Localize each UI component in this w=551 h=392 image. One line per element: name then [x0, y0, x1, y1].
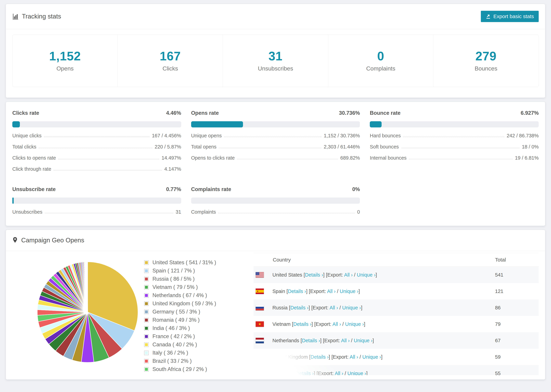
dotted-leader	[224, 137, 321, 137]
rate-block: Opens rate 30.736% Unique opens 1,152 / …	[191, 110, 360, 172]
rate-value: 6.927%	[521, 110, 539, 116]
export-unique-link[interactable]: Unique ›	[340, 288, 359, 294]
details-link[interactable]: Details ›	[293, 321, 311, 327]
export-unique-link[interactable]: Unique ›	[347, 371, 366, 375]
table-row: Netherlands [Details ›] [Export: All › /…	[254, 332, 539, 349]
geo-opens-header: Campaign Geo Opens	[6, 230, 545, 251]
export-unique-link[interactable]: Unique ›	[342, 305, 361, 310]
rate-title: Bounce rate	[370, 110, 400, 116]
rate-stat-value: 19 / 6.81%	[515, 155, 539, 161]
legend-item[interactable]: India ( 46 / 3% )	[144, 325, 244, 331]
progress-bar-fill	[370, 121, 381, 127]
legend-item[interactable]: France ( 42 / 2% )	[144, 333, 244, 339]
country-cell: Germany [Details ›] [Export: All › / Uni…	[272, 371, 367, 375]
legend-color-swatch	[144, 343, 149, 347]
rate-stat-label: Opens to clicks rate	[191, 155, 235, 161]
country-cell: United States [Details ›] [Export: All ›…	[272, 272, 377, 278]
details-link[interactable]: Details ›	[296, 371, 314, 375]
legend-item[interactable]: South Africa ( 29 / 2% )	[144, 366, 244, 372]
stat-tile: 1,152 Opens	[13, 35, 118, 87]
dotted-leader	[44, 137, 149, 137]
details-link[interactable]: Details ›	[311, 354, 329, 360]
flag-icon-gb	[256, 354, 264, 360]
legend-item[interactable]: Italy ( 36 / 2% )	[144, 350, 244, 356]
export-all-link[interactable]: All ›	[335, 371, 343, 375]
stat-tile: 31 Unsubscribes	[223, 35, 328, 87]
export-all-link[interactable]: All ›	[344, 272, 353, 278]
export-unique-link[interactable]: Unique ›	[354, 338, 373, 343]
legend-color-swatch	[144, 293, 149, 298]
legend-color-swatch	[144, 309, 149, 314]
stat-tile: 0 Complaints	[328, 35, 433, 87]
details-link[interactable]: Details ›	[290, 305, 309, 310]
legend-label: Canada ( 40 / 2% )	[152, 342, 197, 348]
stat-label: Clicks	[118, 65, 223, 72]
geo-pie-wrap	[12, 259, 144, 365]
legend-item[interactable]: Russia ( 86 / 5% )	[144, 276, 244, 282]
export-all-link[interactable]: All ›	[327, 288, 336, 294]
rate-stat-value: 0	[357, 209, 360, 215]
details-link[interactable]: Details ›	[288, 288, 306, 294]
stat-tile: 279 Bounces	[433, 35, 538, 87]
legend-item[interactable]: Romania ( 49 / 3% )	[144, 317, 244, 323]
dotted-leader	[54, 170, 162, 170]
details-link[interactable]: Details ›	[302, 338, 320, 343]
legend-color-swatch	[144, 318, 149, 322]
geo-opens-title: Campaign Geo Opens	[12, 237, 84, 244]
legend-label: Germany ( 55 / 3% )	[152, 309, 200, 315]
export-all-link[interactable]: All ›	[330, 305, 338, 310]
rate-stat-label: Hard bounces	[370, 133, 401, 139]
total-cell: 55	[495, 371, 539, 375]
legend-color-swatch	[144, 285, 149, 290]
stat-label: Complaints	[328, 65, 433, 72]
legend-color-swatch	[144, 351, 149, 355]
flag-icon-nl	[256, 338, 264, 343]
rate-stat-row: Total clicks 220 / 5.87%	[12, 144, 181, 150]
legend-item[interactable]: Netherlands ( 67 / 4% )	[144, 292, 244, 298]
stat-label: Opens	[13, 65, 118, 72]
details-link[interactable]: Details ›	[305, 272, 323, 278]
export-unique-link[interactable]: Unique ›	[362, 354, 381, 360]
export-all-link[interactable]: All ›	[341, 338, 350, 343]
export-all-link[interactable]: All ›	[332, 321, 341, 327]
rate-title: Complaints rate	[191, 186, 231, 192]
progress-bar	[12, 121, 181, 127]
export-all-link[interactable]: All ›	[350, 354, 358, 360]
country-cell: Vietnam [Details ›] [Export: All › / Uni…	[272, 321, 365, 327]
legend-item[interactable]: United States ( 541 / 31% )	[144, 259, 244, 266]
rate-stat-label: Internal bounces	[370, 155, 406, 161]
rate-value: 4.46%	[166, 110, 181, 116]
export-unique-link[interactable]: Unique ›	[357, 272, 376, 278]
geo-pie-legend: United States ( 541 / 31% ) Spain ( 121 …	[144, 259, 244, 374]
rates-grid: Clicks rate 4.46% Unique clicks 167 / 4.…	[12, 110, 539, 215]
legend-item[interactable]: Brazil ( 33 / 2% )	[144, 358, 244, 364]
table-row: United States [Details ›] [Export: All ›…	[254, 267, 539, 283]
legend-color-swatch	[144, 277, 149, 281]
legend-item[interactable]: Germany ( 55 / 3% )	[144, 309, 244, 315]
rate-block: Bounce rate 6.927% Hard bounces 242 / 86…	[370, 110, 539, 172]
rate-stat-row: Unsubscribes 31	[12, 209, 181, 215]
export-basic-stats-button[interactable]: Export basic stats	[481, 11, 539, 22]
total-cell: 79	[495, 321, 539, 327]
legend-item[interactable]: United Kingdom ( 59 / 3% )	[144, 301, 244, 307]
legend-color-swatch	[144, 326, 149, 331]
page-title: Tracking stats	[22, 13, 61, 20]
progress-bar	[191, 121, 360, 127]
legend-label: South Africa ( 29 / 2% )	[152, 366, 207, 372]
legend-item[interactable]: Spain ( 121 / 7% )	[144, 268, 244, 274]
legend-color-swatch	[144, 301, 149, 306]
geo-opens-pie-chart[interactable]	[35, 259, 140, 365]
legend-item[interactable]: Vietnam ( 79 / 5% )	[144, 284, 244, 290]
rate-stat-label: Unique opens	[191, 133, 222, 139]
column-header-country: Country	[273, 257, 291, 263]
stat-value: 0	[328, 49, 433, 63]
legend-item[interactable]: Canada ( 40 / 2% )	[144, 342, 244, 348]
export-unique-link[interactable]: Unique ›	[345, 321, 364, 327]
rate-stat-row: Clicks to opens rate 14.497%	[12, 155, 181, 161]
rate-stat-label: Unsubscribes	[12, 209, 42, 215]
legend-label: United States ( 541 / 31% )	[152, 259, 216, 266]
progress-bar	[12, 197, 181, 204]
rate-value: 30.736%	[339, 110, 360, 116]
legend-color-swatch	[144, 260, 149, 265]
map-pin-icon	[12, 237, 18, 244]
